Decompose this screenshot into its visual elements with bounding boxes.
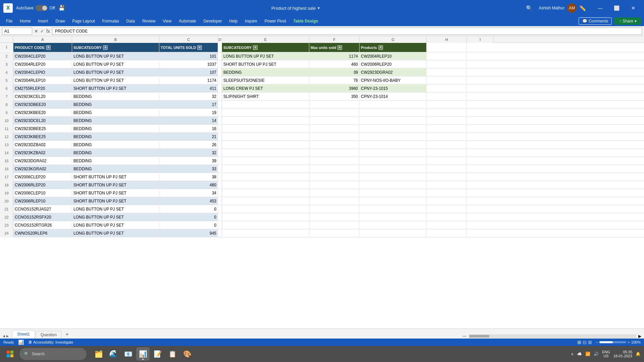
- zoom-in-button[interactable]: +: [628, 340, 630, 344]
- cell-f-max-units[interactable]: [309, 213, 360, 221]
- cell-subcategory[interactable]: LONG BUTTON UP PJ SET: [72, 213, 159, 221]
- cell-units-sold[interactable]: 32: [159, 93, 218, 100]
- header-e-subcategory[interactable]: SUBCATEGORY ▾: [222, 43, 309, 52]
- taskbar-volume-icon[interactable]: 🔊: [594, 352, 599, 356]
- formula-input[interactable]: PRODUCT CODE: [52, 27, 642, 35]
- next-sheet-icon[interactable]: ▸: [6, 333, 9, 339]
- cell-subcategory[interactable]: BEDDING: [72, 141, 159, 148]
- col-header-g[interactable]: G: [360, 36, 427, 43]
- cell-product-code[interactable]: CW2004CLEPIO: [13, 68, 72, 76]
- table-row[interactable]: 7 CW2923KCEL20 BEDDING 32 SLIP/NIGHT SHI…: [0, 93, 644, 101]
- cell-g-product[interactable]: CW2923DGRA02: [360, 68, 427, 76]
- cell-e-subcategory[interactable]: [222, 221, 309, 229]
- comments-button[interactable]: 💬Comments: [579, 17, 612, 25]
- taskbar-app-word[interactable]: 📝: [151, 347, 164, 361]
- cell-product-code[interactable]: CM2755RLEP20: [13, 84, 72, 92]
- cancel-formula-icon[interactable]: ✕: [34, 28, 38, 34]
- sheet-icon[interactable]: 📊: [18, 340, 24, 345]
- save-icon[interactable]: 💾: [58, 5, 65, 11]
- cell-subcategory[interactable]: LONG BUTTON UP PJ SET: [72, 229, 159, 237]
- cell-e-subcategory[interactable]: [222, 189, 309, 197]
- cell-f-max-units[interactable]: [309, 125, 360, 132]
- cell-e-subcategory[interactable]: [222, 101, 309, 108]
- cell-g-product[interactable]: CPNY-23-1015: [360, 84, 427, 92]
- table-row[interactable]: 9 CW2923KBEE20 BEDDING 19: [0, 109, 644, 117]
- cell-g-product[interactable]: CPNY-NOS-IIO-BABY: [360, 76, 427, 84]
- cell-product-code[interactable]: CW2006RLEP20: [13, 181, 72, 189]
- table-row[interactable]: 23 CCNOS152RTGR26 LONG BUTTON UP PJ SET …: [0, 221, 644, 229]
- cell-product-code[interactable]: CW2923KBEE25: [13, 133, 72, 140]
- cell-subcategory[interactable]: LONG BUTTON UP PJ SET: [72, 76, 159, 84]
- cell-units-sold[interactable]: 0: [159, 205, 218, 213]
- cell-units-sold[interactable]: 453: [159, 197, 218, 205]
- cell-f-max-units[interactable]: [309, 229, 360, 237]
- cell-e-subcategory[interactable]: [222, 133, 309, 140]
- sheet-dots-icon[interactable]: ⋯: [463, 334, 467, 339]
- cell-f-max-units[interactable]: [309, 189, 360, 197]
- cell-f-max-units[interactable]: [309, 141, 360, 148]
- cell-e-subcategory[interactable]: [222, 181, 309, 189]
- menu-insert[interactable]: Insert: [35, 17, 51, 25]
- cell-units-sold[interactable]: 1037: [159, 60, 218, 68]
- cell-units-sold[interactable]: 945: [159, 229, 218, 237]
- taskbar-cloud-icon[interactable]: ☁️: [577, 352, 582, 356]
- cell-units-sold[interactable]: 460: [159, 181, 218, 189]
- share-button[interactable]: ↑Share▾: [614, 17, 641, 25]
- table-row[interactable]: 24 CWNOS20RLEP6 LONG BUTTON UP PJ SET 94…: [0, 229, 644, 237]
- cell-units-sold[interactable]: 1174: [159, 76, 218, 84]
- scroll-thumb[interactable]: [469, 335, 489, 338]
- cell-units-sold[interactable]: 0: [159, 213, 218, 221]
- avatar[interactable]: AM: [567, 3, 577, 13]
- cell-e-subcategory[interactable]: [222, 213, 309, 221]
- cell-g-product[interactable]: [360, 229, 427, 237]
- col-header-h[interactable]: H: [427, 36, 467, 43]
- cell-f-max-units[interactable]: [309, 133, 360, 140]
- cell-f-max-units[interactable]: [309, 109, 360, 116]
- filter-arrow-a[interactable]: ▾: [46, 45, 51, 50]
- cell-product-code[interactable]: CW2923DBEE25: [13, 125, 72, 132]
- cell-product-code[interactable]: CCNOS152RTGR26: [13, 221, 72, 229]
- cell-product-code[interactable]: CW2923DZBA02: [13, 141, 72, 148]
- title-dropdown-arrow[interactable]: ▾: [318, 6, 320, 10]
- cell-e-subcategory[interactable]: [222, 197, 309, 205]
- cell-f-max-units[interactable]: [309, 205, 360, 213]
- cell-product-code[interactable]: CW2923KZBA02: [13, 149, 72, 157]
- cell-f-max-units[interactable]: [309, 101, 360, 108]
- confirm-formula-icon[interactable]: ✓: [40, 28, 44, 34]
- table-row[interactable]: 15 CW2923DGRA02 BEDDING 39: [0, 157, 644, 165]
- table-row[interactable]: 13 CW2923DZBA02 BEDDING 26: [0, 141, 644, 149]
- sheet-tab-question[interactable]: Question: [36, 331, 62, 339]
- cell-g-product[interactable]: [360, 133, 427, 140]
- col-header-i[interactable]: I: [467, 36, 494, 43]
- header-f-max-units[interactable]: Max units sold ▾: [309, 43, 360, 52]
- cell-units-sold[interactable]: 39: [159, 157, 218, 165]
- cell-product-code[interactable]: CW2006CLEP20: [13, 173, 72, 181]
- menu-data[interactable]: Data: [123, 17, 138, 25]
- header-g-products[interactable]: Products ▾: [360, 43, 427, 52]
- cell-units-sold[interactable]: 14: [159, 117, 218, 124]
- start-button[interactable]: [3, 347, 17, 361]
- cell-units-sold[interactable]: 38: [159, 173, 218, 181]
- cell-e-subcategory[interactable]: [222, 125, 309, 132]
- notification-icon[interactable]: 🔔: [636, 352, 641, 356]
- filter-arrow-f[interactable]: ▾: [337, 45, 342, 50]
- table-row[interactable]: 18 CW2006RLEP20 SHORT BUTTON UP PJ SET 4…: [0, 181, 644, 189]
- menu-view[interactable]: View: [160, 17, 175, 25]
- cell-product-code[interactable]: CWNOS20RLEP6: [13, 229, 72, 237]
- filter-arrow-b[interactable]: ▾: [103, 45, 108, 50]
- cell-g-product[interactable]: CPNY-23-1014: [360, 93, 427, 100]
- taskbar-app-excel[interactable]: 📊: [136, 347, 150, 361]
- cell-subcategory[interactable]: SHORT BUTTON UP PJ SET: [72, 84, 159, 92]
- cell-subcategory[interactable]: SHORT BUTTON UP PJ SET: [72, 197, 159, 205]
- table-row[interactable]: 2 CW2004CLEP20 LONG BUTTON UP PJ SET 101…: [0, 52, 644, 60]
- cell-f-max-units[interactable]: 3960: [309, 84, 360, 92]
- cell-subcategory[interactable]: BEDDING: [72, 109, 159, 116]
- cell-g-product[interactable]: CW2004RLEP10: [360, 52, 427, 60]
- cell-e-subcategory[interactable]: SLEEPSUITS/ONESIE: [222, 76, 309, 84]
- zoom-slider[interactable]: [599, 341, 626, 343]
- menu-formulas[interactable]: Formulas: [99, 17, 122, 25]
- cell-e-subcategory[interactable]: [222, 141, 309, 148]
- cell-product-code[interactable]: CW2004CLEP20: [13, 52, 72, 60]
- menu-help[interactable]: Help: [226, 17, 241, 25]
- cell-product-code[interactable]: CW2923DBEE20: [13, 101, 72, 108]
